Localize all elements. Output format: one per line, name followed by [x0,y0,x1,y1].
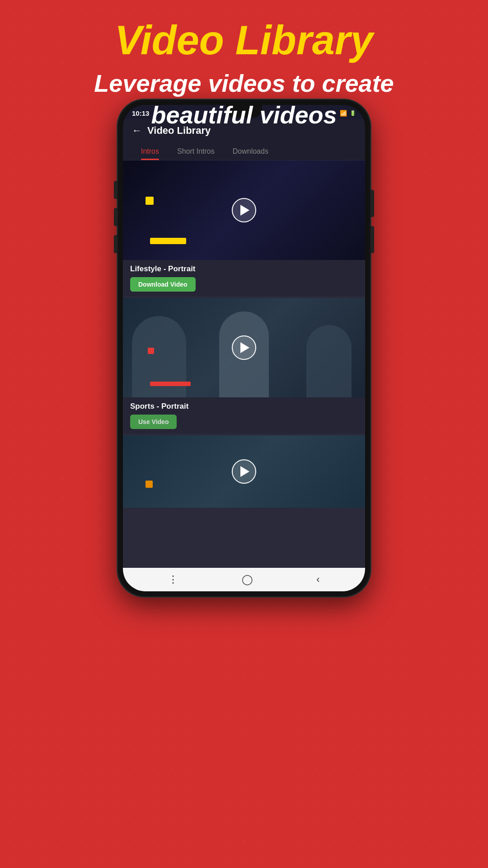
play-button-3[interactable] [232,459,256,484]
play-button-1[interactable] [232,198,256,222]
tab-intros[interactable]: Intros [132,142,168,160]
accent-bar-1 [150,238,186,244]
video-title-2: Sports - Portrait [130,402,358,411]
video-title-1: Lifestyle - Portrait [130,264,358,274]
sports-figure-right [306,325,352,397]
video-item-3 [123,435,365,508]
phone-mockup: 10:13 📶 🔋 ← Video Library Intros [117,99,371,597]
accent-bar-2 [150,382,191,386]
video-info-2: Sports - Portrait Use Video [123,397,365,434]
accent-dot-2 [148,348,154,354]
video-thumbnail-1 [123,160,365,260]
play-triangle-2 [240,342,249,353]
nav-menu-icon[interactable]: ⋮ [168,574,178,585]
accent-dot-3 [145,481,153,488]
video-info-1: Lifestyle - Portrait Download Video [123,260,365,296]
page-main-title: Video Library [0,18,488,63]
nav-home-icon[interactable]: ◯ [242,574,253,585]
video-thumbnail-3 [123,435,365,508]
tab-downloads[interactable]: Downloads [224,142,277,160]
bottom-nav: ⋮ ◯ ‹ [123,568,365,591]
use-button-2[interactable]: Use Video [130,415,177,429]
play-button-2[interactable] [232,335,256,360]
video-list: Lifestyle - Portrait Download Video [123,160,365,568]
tab-bar: Intros Short Intros Downloads [123,142,365,160]
nav-back-icon[interactable]: ‹ [316,574,319,585]
video-thumbnail-2 [123,298,365,397]
page-subtitle: Leverage videos to create beautiful vide… [0,67,488,131]
app-content: ← Video Library Intros Short Intros Down… [123,119,365,591]
play-triangle-3 [240,466,249,477]
download-button-1[interactable]: Download Video [130,277,196,292]
accent-dot-1 [145,197,154,205]
video-item-1: Lifestyle - Portrait Download Video [123,160,365,296]
video-item-2: Sports - Portrait Use Video [123,298,365,434]
play-triangle-1 [240,205,249,216]
tab-short-intros[interactable]: Short Intros [168,142,224,160]
